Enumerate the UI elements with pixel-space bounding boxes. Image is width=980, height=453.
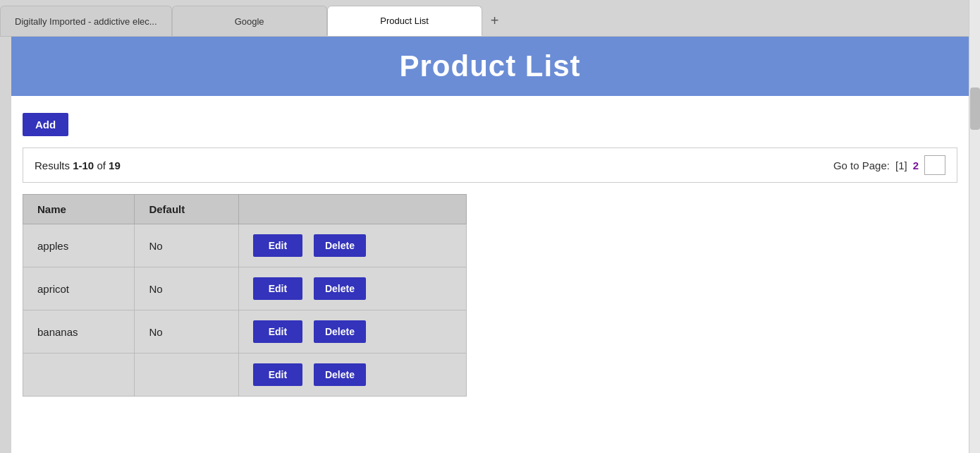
delete-button[interactable]: Delete — [314, 234, 366, 257]
toolbar: Add — [11, 107, 969, 147]
pagination: Go to Page: [1] 2 — [833, 155, 945, 175]
tab-google[interactable]: Google — [172, 6, 327, 36]
product-default: No — [135, 224, 239, 267]
new-tab-button[interactable]: + — [482, 6, 508, 36]
goto-label: Go to Page: — [833, 159, 890, 171]
col-default: Default — [135, 195, 239, 224]
product-name — [23, 354, 135, 397]
product-name: apricot — [23, 267, 135, 310]
scrollbar[interactable] — [969, 0, 980, 453]
tab-product-list[interactable]: Product List — [327, 6, 482, 36]
tab-bar: Digitally Imported - addictive elec... G… — [0, 0, 980, 37]
product-default — [135, 354, 239, 397]
delete-button[interactable]: Delete — [314, 320, 366, 343]
page-content: Product List Add Results 1-10 of 19 Go t… — [11, 37, 969, 453]
product-actions: Edit Delete — [238, 267, 466, 310]
delete-button[interactable]: Delete — [314, 277, 366, 300]
product-default: No — [135, 310, 239, 354]
col-actions — [238, 195, 466, 224]
product-name: apples — [23, 224, 135, 267]
page-title: Product List — [11, 49, 969, 83]
edit-button[interactable]: Edit — [253, 277, 302, 300]
tab-digitally-imported[interactable]: Digitally Imported - addictive elec... — [0, 6, 172, 36]
scrollbar-thumb[interactable] — [970, 87, 980, 130]
page-header: Product List — [11, 37, 969, 96]
add-button[interactable]: Add — [23, 113, 68, 136]
product-actions: Edit Delete — [238, 224, 466, 267]
table-row: bananas No Edit Delete — [23, 310, 467, 354]
page-input[interactable] — [924, 155, 945, 175]
table-row: Edit Delete — [23, 354, 467, 397]
table-header-row: Name Default — [23, 195, 467, 224]
product-actions: Edit Delete — [238, 354, 466, 397]
edit-button[interactable]: Edit — [253, 320, 302, 343]
table-row: apples No Edit Delete — [23, 224, 467, 267]
edit-button[interactable]: Edit — [253, 363, 302, 386]
product-table: Name Default apples No Edit Delete — [23, 194, 467, 397]
col-name: Name — [23, 195, 135, 224]
page-2-link[interactable]: 2 — [913, 159, 919, 171]
browser-window: Digitally Imported - addictive elec... G… — [0, 0, 980, 453]
product-name: bananas — [23, 310, 135, 354]
results-count: Results 1-10 of 19 — [35, 159, 121, 171]
delete-button[interactable]: Delete — [314, 363, 366, 386]
table-row: apricot No Edit Delete — [23, 267, 467, 310]
product-default: No — [135, 267, 239, 310]
edit-button[interactable]: Edit — [253, 234, 302, 257]
results-bar: Results 1-10 of 19 Go to Page: [1] 2 — [23, 147, 957, 183]
page-1-link[interactable]: [1] — [895, 159, 907, 171]
product-actions: Edit Delete — [238, 310, 466, 354]
